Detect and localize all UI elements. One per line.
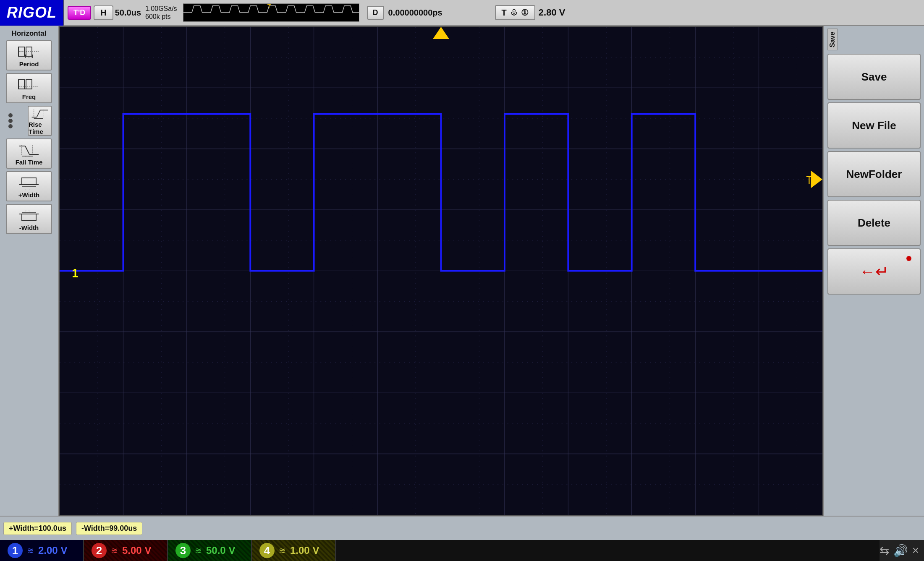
svg-text:←→: ←→ [24, 155, 30, 158]
rise-time-label: Rise Time [29, 121, 51, 135]
ch3-coupling: ≋ [195, 545, 202, 556]
measurement-minus-width: -Width=99.00us [76, 522, 142, 535]
left-sidebar: Horizontal ←→ Period Freq [0, 26, 59, 516]
trigger-voltage: 2.80 V [539, 7, 565, 18]
new-folder-button[interactable]: NewFolder [827, 151, 921, 197]
save-button[interactable]: Save [827, 54, 921, 100]
t-icon-f: ♧ [510, 8, 518, 18]
t-icon-info: ① [521, 8, 529, 18]
rise-time-button[interactable]: ←→ Rise Time [28, 106, 52, 136]
ch1-number: 1 [8, 543, 23, 558]
ch2-indicator[interactable]: 2 ≋ 5.00 V [84, 540, 168, 561]
ch2-voltage: 5.00 V [122, 545, 151, 556]
scope-screen: T T 1 [59, 26, 823, 516]
ch1-indicator[interactable]: 1 ≋ 2.00 V [0, 540, 84, 561]
main-area: Horizontal ←→ Period Freq [0, 26, 924, 516]
ch1-coupling: ≋ [27, 545, 34, 556]
mute-icon: × [912, 544, 919, 557]
sample-rate: 1.00GSa/s 600k pts [145, 5, 177, 21]
svg-text:T: T [806, 174, 812, 186]
delete-button[interactable]: Delete [827, 200, 921, 246]
plus-width-button[interactable]: ←→ +Width [6, 171, 52, 201]
period-button[interactable]: ←→ Period [6, 40, 52, 70]
svg-rect-10 [26, 80, 32, 89]
sidebar-section-label: Horizontal [11, 29, 46, 38]
h-button[interactable]: H [94, 5, 113, 20]
ch4-coupling: ≋ [279, 545, 286, 556]
save-section-header: Save [827, 29, 921, 50]
channel-bar: 1 ≋ 2.00 V 2 ≋ 5.00 V 3 ≋ 50.0 V 4 ≋ 1.0… [0, 540, 924, 561]
ch3-indicator[interactable]: 3 ≋ 50.0 V [168, 540, 252, 561]
speaker-icon: 🔊 [893, 544, 908, 558]
svg-text:T: T [438, 29, 444, 40]
brand-logo: RIGOL [0, 0, 64, 26]
waveform-preview: T [183, 3, 359, 22]
ch3-voltage: 50.0 V [206, 545, 235, 556]
top-bar: RIGOL T'D H 50.0us 1.00GSa/s 600k pts T … [0, 0, 924, 26]
td-button[interactable]: T'D [68, 6, 91, 20]
svg-rect-27 [22, 178, 36, 185]
enter-dot [906, 256, 911, 261]
enter-arrow-icon: ←↵ [859, 262, 889, 281]
period-label: Period [19, 60, 39, 68]
d-label[interactable]: D [367, 6, 384, 20]
ch4-indicator[interactable]: 4 ≋ 1.00 V [252, 540, 336, 561]
time-div-value: 50.0us [115, 8, 141, 18]
minus-width-button[interactable]: ←→ -Width [6, 204, 52, 234]
fall-time-label: Fall Time [16, 159, 43, 166]
rise-time-row: ←→ Rise Time [6, 106, 52, 136]
svg-text:T: T [267, 4, 271, 9]
enter-button[interactable]: ←↵ [827, 248, 921, 295]
grid-svg: T T 1 [60, 27, 822, 515]
freq-label: Freq [22, 93, 36, 100]
ch4-number: 4 [259, 543, 275, 558]
bottom-bar: +Width=100.0us -Width=99.00us [0, 516, 924, 540]
usb-icon: ⇆ [880, 544, 889, 558]
ch4-voltage: 1.00 V [290, 545, 319, 556]
svg-text:1: 1 [72, 266, 78, 280]
ch2-number: 2 [92, 543, 107, 558]
t-label: T [502, 8, 507, 18]
svg-rect-9 [18, 80, 24, 89]
svg-line-21 [25, 146, 29, 154]
svg-line-14 [37, 110, 40, 117]
svg-text:←→: ←→ [27, 56, 34, 60]
measurement-plus-width: +Width=100.0us [3, 522, 72, 535]
freq-button[interactable]: Freq [6, 73, 52, 103]
svg-text:←→: ←→ [36, 117, 41, 120]
svg-text:←→: ←→ [24, 209, 30, 212]
plus-width-label: +Width [18, 191, 39, 198]
t-section[interactable]: T ♧ ① [495, 5, 535, 20]
ch1-voltage: 2.00 V [38, 545, 67, 556]
ch3-number: 3 [175, 543, 191, 558]
bottom-icons: ⇆ 🔊 × [880, 540, 919, 561]
new-file-button[interactable]: New File [827, 102, 921, 149]
svg-text:←→: ←→ [24, 188, 30, 190]
right-sidebar: Save Save New File NewFolder Delete ←↵ [823, 26, 924, 516]
svg-rect-33 [22, 214, 36, 221]
minus-width-label: -Width [19, 224, 39, 231]
ch2-coupling: ≋ [111, 545, 118, 556]
fall-time-button[interactable]: ←→ Fall Time [6, 138, 52, 169]
save-vertical-label: Save [827, 29, 838, 50]
trigger-time-value: 0.00000000ps [388, 8, 489, 18]
channel-bar-spacer [336, 540, 880, 561]
